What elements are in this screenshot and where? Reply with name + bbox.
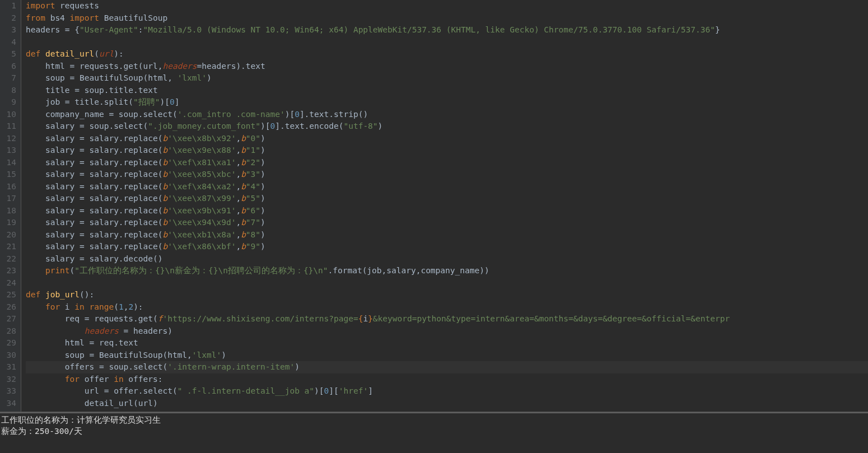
token: '\xee\x94\x9d'	[167, 218, 236, 227]
token: salary = soup.select(	[26, 122, 148, 130]
token: salary = salary.replace(	[26, 182, 162, 191]
code-line[interactable]: company_name = soup.select('.com_intro .…	[26, 109, 868, 121]
code-line[interactable]	[26, 277, 868, 289]
token: title = soup.title.text	[26, 86, 158, 95]
token: "7"	[246, 218, 260, 227]
code-line[interactable]: detail_url(url)	[26, 398, 868, 410]
token: 'lxml'	[192, 351, 221, 359]
code-line[interactable]: html = requests.get(url,headers=headers)…	[26, 60, 868, 73]
token: ,	[236, 170, 241, 179]
code-line[interactable]: title = soup.title.text	[26, 85, 868, 97]
code-line[interactable]: headers = {"User-Agent":"Mozilla/5.0 (Wi…	[26, 24, 868, 36]
code-line[interactable]: def detail_url(url):	[26, 48, 868, 60]
code-line[interactable]: salary = salary.replace(b'\xee\x87\x99',…	[26, 193, 868, 205]
line-number: 24	[2, 277, 16, 289]
code-line[interactable]: def job_url():	[26, 289, 868, 301]
token: ):	[133, 302, 143, 311]
code-line[interactable]: salary = salary.replace(b'\xef\x86\xbf',…	[26, 241, 868, 253]
code-line[interactable]: salary = salary.replace(b'\xee\x9e\x88',…	[26, 144, 868, 157]
token: ):	[114, 49, 123, 58]
code-line[interactable]: soup = BeautifulSoup(html, 'lxml')	[26, 72, 868, 85]
token: def	[26, 290, 45, 299]
token: b	[162, 182, 167, 191]
token: b	[241, 218, 246, 227]
token	[26, 326, 85, 335]
code-area[interactable]: import requestsfrom bs4 import Beautiful…	[21, 0, 868, 412]
token: ].text.strip()	[300, 110, 368, 119]
token: }	[715, 25, 720, 34]
token: b	[162, 206, 167, 215]
token: "5"	[246, 194, 260, 203]
code-editor[interactable]: 1234567891011121314151617181920212223242…	[0, 0, 868, 412]
token: b	[241, 134, 246, 143]
line-number: 32	[2, 373, 16, 386]
line-number: 18	[2, 205, 16, 217]
token: )	[260, 146, 265, 155]
token: )	[260, 194, 265, 203]
code-line[interactable]: url = offer.select(" .f-l.intern-detail_…	[26, 385, 868, 398]
code-line[interactable]: salary = salary.decode()	[26, 253, 868, 265]
code-line[interactable]: html = req.text	[26, 337, 868, 349]
code-line[interactable]: salary = salary.replace(b'\xee\x94\x9d',…	[26, 217, 868, 229]
terminal-output[interactable]: 工作职位的名称为：计算化学研究员实习生薪金为：250-300/天	[0, 413, 868, 452]
token: "1"	[246, 146, 260, 155]
code-line[interactable]: import requests	[26, 0, 868, 12]
line-number: 9	[2, 96, 16, 109]
token	[26, 375, 65, 384]
code-line[interactable]: salary = salary.replace(b'\xee\x8b\x92',…	[26, 133, 868, 145]
token: job_url	[45, 290, 80, 299]
code-line[interactable]	[26, 36, 868, 49]
code-line[interactable]: headers = headers)	[26, 325, 868, 338]
code-line[interactable]: job = title.split("招聘")[0]	[26, 96, 868, 109]
code-line[interactable]: salary = soup.select(".job_money.cutom_f…	[26, 120, 868, 133]
token: )	[260, 182, 265, 191]
code-line[interactable]: offers = soup.select('.intern-wrap.inter…	[26, 361, 868, 373]
token: b	[241, 242, 246, 251]
token: '\xee\x8b\x92'	[167, 134, 236, 143]
line-number: 19	[2, 217, 16, 229]
token: salary = salary.replace(	[26, 170, 162, 179]
token: )	[260, 170, 265, 179]
code-line[interactable]: salary = salary.replace(b'\xee\x85\xbc',…	[26, 169, 868, 181]
code-line[interactable]: req = requests.get(f'https://www.shixise…	[26, 313, 868, 325]
code-line[interactable]: soup = BeautifulSoup(html,'lxml')	[26, 349, 868, 362]
token: 'lxml'	[178, 73, 207, 82]
token: "0"	[246, 134, 260, 143]
line-number: 13	[2, 144, 16, 157]
code-line[interactable]: for i in range(1,2):	[26, 301, 868, 314]
token: salary = salary.replace(	[26, 206, 162, 215]
token: ,	[236, 134, 241, 143]
code-line[interactable]: salary = salary.replace(b'\xef\x81\xa1',…	[26, 157, 868, 169]
token: company_name = soup.select(	[26, 110, 178, 119]
code-line[interactable]: salary = salary.replace(b'\xee\xb1\x8a',…	[26, 229, 868, 241]
token: )	[260, 242, 265, 251]
token: "3"	[246, 170, 260, 179]
token: b	[162, 218, 167, 227]
code-line[interactable]: for offer in offers:	[26, 373, 868, 386]
line-number: 15	[2, 169, 16, 181]
line-number: 29	[2, 337, 16, 349]
token: html = requests.get(url,	[26, 62, 162, 71]
token: "User-Agent"	[80, 25, 138, 34]
token: salary = salary.replace(	[26, 158, 162, 167]
token: in	[74, 302, 84, 311]
token: bs4	[45, 13, 70, 22]
line-number: 21	[2, 241, 16, 253]
code-line[interactable]: print("工作职位的名称为：{}\n薪金为：{}\n招聘公司的名称为：{}\…	[26, 265, 868, 277]
token: 1	[119, 302, 124, 311]
token: ,	[236, 158, 241, 167]
token: url	[99, 49, 114, 58]
token: salary = salary.decode()	[26, 254, 162, 263]
line-number: 1	[2, 0, 16, 12]
line-number: 23	[2, 265, 16, 277]
token: job = title.split(	[26, 97, 133, 106]
line-number: 34	[2, 398, 16, 410]
token: 0	[170, 97, 175, 106]
token: )[	[260, 122, 270, 130]
token: url = offer.select(	[26, 386, 178, 395]
code-line[interactable]: salary = salary.replace(b'\xee\x9b\x91',…	[26, 205, 868, 217]
token: ][	[329, 386, 338, 395]
token: b	[241, 170, 246, 179]
code-line[interactable]: salary = salary.replace(b'\xef\x84\xa2',…	[26, 181, 868, 193]
code-line[interactable]: from bs4 import BeautifulSoup	[26, 12, 868, 25]
